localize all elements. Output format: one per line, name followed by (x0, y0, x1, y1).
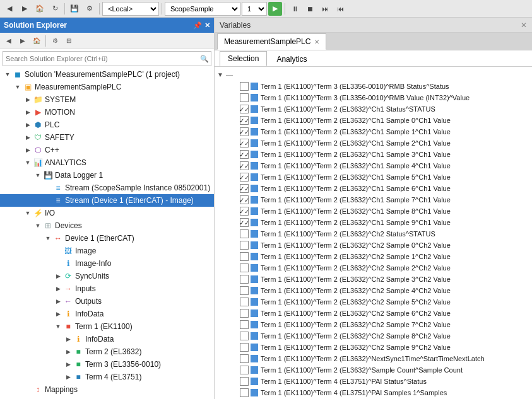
pin-icon[interactable]: 📌 (193, 21, 202, 30)
num-dropdown[interactable]: 1 (242, 2, 267, 16)
var-item-17[interactable]: Term 1 (EK1100)^Term 2 (EL3632)^Ch2 Samp… (215, 274, 532, 285)
expand-btn-analytics[interactable]: ▼ (23, 158, 33, 168)
var-checkbox-0[interactable] (240, 82, 249, 91)
expand-btn-term2[interactable]: ▶ (63, 347, 73, 357)
var-item-20[interactable]: Term 1 (EK1100)^Term 2 (EL3632)^Ch2 Samp… (215, 308, 532, 319)
toolbar-play-btn[interactable]: ▶ (268, 2, 282, 16)
close-panel-icon[interactable]: ✕ (204, 21, 210, 30)
tree-item-devices[interactable]: ▼⊞Devices (0, 219, 214, 232)
var-item-6[interactable]: ✓Term 1 (EK1100)^Term 2 (EL3632)^Ch1 Sam… (215, 149, 532, 160)
var-item-26[interactable]: Term 1 (EK1100)^Term 4 (EL3751)^PAI Stat… (215, 376, 532, 387)
var-checkbox-23[interactable] (240, 343, 249, 352)
var-item-12[interactable]: ✓Term 1 (EK1100)^Term 2 (EL3632)^Ch1 Sam… (215, 217, 532, 228)
var-item-13[interactable]: Term 1 (EK1100)^Term 2 (EL3632)^Ch2 Stat… (215, 228, 532, 240)
var-item-21[interactable]: Term 1 (EK1100)^Term 2 (EL3632)^Ch2 Samp… (215, 319, 532, 330)
var-checkbox-18[interactable] (240, 286, 249, 295)
var-item-0[interactable]: Term 1 (EK1100)^Term 3 (EL3356-0010)^RMB… (215, 81, 532, 92)
sub-tab-selection[interactable]: Selection (220, 51, 267, 66)
var-item-23[interactable]: Term 1 (EK1100)^Term 2 (EL3632)^Ch2 Samp… (215, 342, 532, 353)
var-checkbox-26[interactable] (240, 377, 249, 386)
toolbar-btn-debug1[interactable]: ⏸ (288, 2, 302, 16)
tree-item-system[interactable]: ▶📁SYSTEM (0, 93, 214, 106)
toolbar-btn-reload[interactable]: ↻ (48, 2, 62, 16)
var-checkbox-12[interactable]: ✓ (240, 218, 249, 227)
expand-btn-term1_infodata[interactable]: ▶ (63, 334, 73, 344)
toolbar-btn-2[interactable]: ▶ (18, 2, 32, 16)
var-item-16[interactable]: Term 1 (EK1100)^Term 2 (EL3632)^Ch2 Samp… (215, 262, 532, 274)
var-checkbox-2[interactable]: ✓ (240, 105, 249, 113)
var-item-18[interactable]: Term 1 (EK1100)^Term 2 (EL3632)^Ch2 Samp… (215, 285, 532, 296)
var-checkbox-14[interactable] (240, 241, 249, 250)
toolbar-fwd-btn[interactable]: ▶ (16, 35, 29, 47)
expand-btn-term4[interactable]: ▶ (63, 372, 73, 382)
toolbar-btn-debug4[interactable]: ⏮ (333, 2, 347, 16)
tree-item-image[interactable]: 🖼Image (0, 245, 214, 257)
var-checkbox-3[interactable]: ✓ (240, 116, 249, 125)
expand-btn-solution[interactable]: ▼ (3, 69, 13, 79)
expand-btn-syncunits[interactable]: ▶ (53, 271, 63, 281)
var-checkbox-25[interactable] (240, 366, 249, 374)
var-checkbox-16[interactable] (240, 263, 249, 272)
var-item-1[interactable]: Term 1 (EK1100)^Term 3 (EL3356-0010)^RMB… (215, 92, 532, 103)
var-item-27[interactable]: Term 1 (EK1100)^Term 4 (EL3751)^PAI Samp… (215, 387, 532, 398)
var-item-22[interactable]: Term 1 (EK1100)^Term 2 (EL3632)^Ch2 Samp… (215, 330, 532, 342)
expand-btn-system[interactable]: ▶ (23, 95, 33, 105)
var-item-15[interactable]: Term 1 (EK1100)^Term 2 (EL3632)^Ch2 Samp… (215, 251, 532, 262)
search-input[interactable] (3, 51, 211, 66)
toolbar-home-btn[interactable]: 🏠 (30, 35, 43, 47)
tree-item-cpp[interactable]: ▶⬡C++ (0, 144, 214, 156)
var-checkbox-22[interactable] (240, 332, 249, 340)
tree-item-io[interactable]: ▼⚡I/O (0, 207, 214, 219)
tree-item-safety[interactable]: ▶🛡SAFETY (0, 131, 214, 144)
local-dropdown[interactable]: <Local> (102, 2, 159, 16)
tree-item-term2[interactable]: ▶■Term 2 (EL3632) (0, 345, 214, 358)
expand-btn-outputs[interactable]: ▶ (53, 296, 63, 306)
var-checkbox-4[interactable]: ✓ (240, 127, 249, 136)
toolbar-back-btn[interactable]: ◀ (3, 35, 15, 47)
expand-btn-cpp[interactable]: ▶ (23, 145, 33, 155)
var-checkbox-9[interactable]: ✓ (240, 184, 249, 193)
var-checkbox-1[interactable] (240, 93, 249, 102)
var-checkbox-27[interactable] (240, 388, 249, 397)
var-checkbox-11[interactable]: ✓ (240, 207, 249, 216)
var-checkbox-24[interactable] (240, 354, 249, 363)
tree-item-device1[interactable]: ▼↔Device 1 (EtherCAT) (0, 232, 214, 245)
var-checkbox-15[interactable] (240, 252, 249, 261)
expand-btn-inputs[interactable]: ▶ (53, 284, 63, 294)
expand-btn-device1[interactable]: ▼ (43, 233, 53, 243)
toolbar-props-btn[interactable]: ⚙ (49, 35, 61, 47)
root-collapse-icon[interactable]: ▼ (217, 71, 223, 78)
tree-item-plc[interactable]: ▶⬢PLC (0, 119, 214, 131)
expand-btn-motion[interactable]: ▶ (23, 107, 33, 117)
expand-btn-plc[interactable]: ▶ (23, 120, 33, 130)
toolbar-btn-settings[interactable]: ⚙ (83, 2, 97, 16)
var-checkbox-6[interactable]: ✓ (240, 150, 249, 159)
var-item-19[interactable]: Term 1 (EK1100)^Term 2 (EL3632)^Ch2 Samp… (215, 296, 532, 308)
tree-item-outputs[interactable]: ▶←Outputs (0, 295, 214, 308)
tree-item-datalogger[interactable]: ▼💾Data Logger 1 (0, 169, 214, 182)
toolbar-collapse-btn[interactable]: ⊟ (62, 35, 75, 47)
toolbar-btn-home[interactable]: 🏠 (33, 2, 47, 16)
tree-item-project[interactable]: ▼▣MeasurementSamplePLC (0, 81, 214, 93)
expand-btn-io[interactable]: ▼ (23, 208, 33, 218)
tree-item-analytics[interactable]: ▼📊ANALYTICS (0, 156, 214, 169)
var-item-11[interactable]: ✓Term 1 (EK1100)^Term 2 (EL3632)^Ch1 Sam… (215, 205, 532, 217)
var-item-10[interactable]: ✓Term 1 (EK1100)^Term 2 (EL3632)^Ch1 Sam… (215, 194, 532, 205)
tree-item-imageinfo[interactable]: ℹImage-Info (0, 257, 214, 270)
toolbar-btn-1[interactable]: ◀ (3, 2, 16, 16)
tab-measurement[interactable]: MeasurementSamplePLC ✕ (217, 33, 326, 50)
var-checkbox-5[interactable]: ✓ (240, 139, 249, 147)
var-checkbox-7[interactable]: ✓ (240, 161, 249, 170)
var-item-9[interactable]: ✓Term 1 (EK1100)^Term 2 (EL3632)^Ch1 Sam… (215, 183, 532, 194)
var-checkbox-10[interactable]: ✓ (240, 195, 249, 204)
var-item-14[interactable]: Term 1 (EK1100)^Term 2 (EL3632)^Ch2 Samp… (215, 240, 532, 251)
expand-btn-term1[interactable]: ▼ (53, 321, 63, 332)
expand-btn-safety[interactable]: ▶ (23, 132, 33, 142)
tree-item-syncunits[interactable]: ▶⟳SyncUnits (0, 270, 214, 282)
tree-item-mappings[interactable]: ↕Mappings (0, 383, 214, 396)
expand-btn-term3[interactable]: ▶ (63, 359, 73, 369)
var-checkbox-8[interactable]: ✓ (240, 173, 249, 182)
var-item-8[interactable]: ✓Term 1 (EK1100)^Term 2 (EL3632)^Ch1 Sam… (215, 171, 532, 183)
tree-item-term1_infodata[interactable]: ▶ℹInfoData (0, 333, 214, 345)
expand-btn-project[interactable]: ▼ (13, 82, 23, 92)
